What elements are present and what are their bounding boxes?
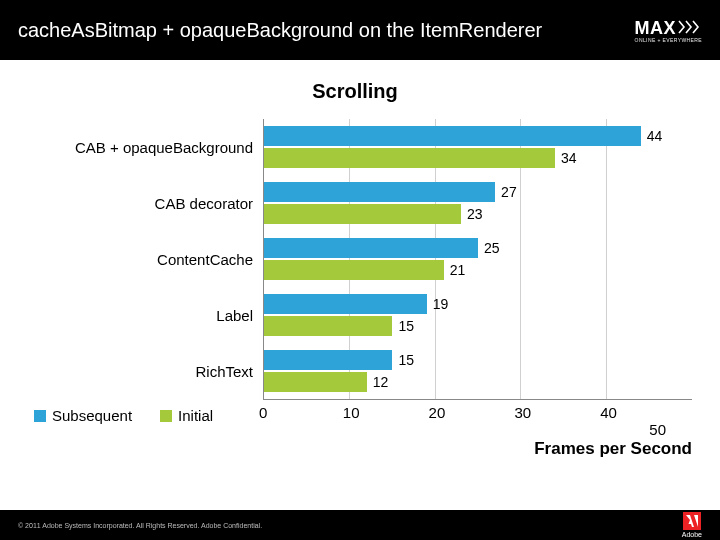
adobe-logo: Adobe: [682, 512, 702, 538]
bar: [264, 350, 392, 370]
bar: [264, 126, 641, 146]
logo-sub-text: ONLINE + EVERYWHERE: [635, 37, 702, 43]
bar-value: 23: [467, 206, 483, 222]
bar: [264, 148, 555, 168]
bar-row: 2723: [264, 175, 692, 231]
bar-value: 27: [501, 184, 517, 200]
bar-row: 1512: [264, 343, 692, 399]
x-tick: 20: [429, 404, 515, 421]
bar-value: 21: [450, 262, 466, 278]
slide-title: cacheAsBitmap + opaqueBackground on the …: [18, 19, 542, 42]
adobe-label: Adobe: [682, 531, 702, 538]
bar: [264, 204, 461, 224]
x-tick: 10: [343, 404, 429, 421]
bar-value: 15: [398, 352, 414, 368]
y-label: RichText: [18, 343, 263, 399]
x-axis-label: Frames per Second: [534, 439, 692, 459]
plot-area: 44342723252119151512: [263, 119, 692, 400]
bar-row: 4434: [264, 119, 692, 175]
max-logo: MAX ONLINE + EVERYWHERE: [635, 18, 702, 43]
x-axis: 0 10 20 30 40 50: [18, 404, 692, 421]
x-tick: 30: [514, 404, 600, 421]
bar-value: 34: [561, 150, 577, 166]
x-tick: 40: [600, 404, 686, 421]
x-tick: 50: [649, 421, 666, 438]
chevron-icon: [678, 18, 700, 39]
slide-header: cacheAsBitmap + opaqueBackground on the …: [0, 0, 720, 60]
copyright-text: © 2011 Adobe Systems Incorporated. All R…: [18, 522, 262, 529]
bar: [264, 260, 444, 280]
x-tick: 0: [259, 404, 345, 421]
logo-main-text: MAX: [635, 18, 701, 39]
slide-footer: © 2011 Adobe Systems Incorporated. All R…: [0, 510, 720, 540]
chart: Scrolling CAB + opaqueBackground CAB dec…: [0, 60, 720, 427]
adobe-icon: [683, 512, 701, 530]
bar-value: 19: [433, 296, 449, 312]
bar: [264, 294, 427, 314]
chart-title: Scrolling: [18, 80, 692, 103]
y-label: ContentCache: [18, 231, 263, 287]
bar: [264, 316, 392, 336]
bar: [264, 182, 495, 202]
bar-value: 25: [484, 240, 500, 256]
bar-value: 15: [398, 318, 414, 334]
bar-value: 12: [373, 374, 389, 390]
y-label: Label: [18, 287, 263, 343]
bar-value: 44: [647, 128, 663, 144]
bar-row: 2521: [264, 231, 692, 287]
y-label: CAB + opaqueBackground: [18, 119, 263, 175]
bar: [264, 238, 478, 258]
y-label: CAB decorator: [18, 175, 263, 231]
y-axis-labels: CAB + opaqueBackground CAB decorator Con…: [18, 119, 263, 400]
bar-row: 1915: [264, 287, 692, 343]
bar: [264, 372, 367, 392]
